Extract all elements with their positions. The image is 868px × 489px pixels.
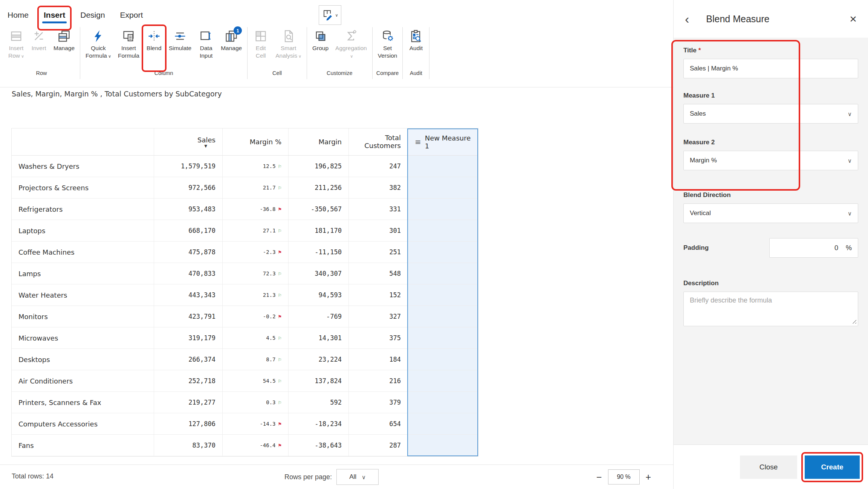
cell-subcategory[interactable]: Desktops bbox=[12, 349, 154, 370]
cell-subcategory[interactable]: Air Conditioners bbox=[12, 370, 154, 392]
cell-sales[interactable]: 83,370 bbox=[154, 435, 223, 456]
cell-subcategory[interactable]: Lamps bbox=[12, 263, 154, 284]
cell-total-customers[interactable]: 247 bbox=[349, 156, 408, 177]
cell-new-measure[interactable] bbox=[408, 435, 478, 456]
zoom-level-input[interactable]: 90 % bbox=[608, 469, 640, 484]
cell-subcategory[interactable]: Laptops bbox=[12, 220, 154, 241]
cell-sales[interactable]: 1,579,519 bbox=[154, 156, 223, 177]
cell-total-customers[interactable]: 216 bbox=[349, 370, 408, 392]
cell-margin[interactable]: 592 bbox=[289, 392, 349, 413]
cell-margin-pct[interactable]: 12.5⚐ bbox=[223, 156, 289, 177]
cell-sales[interactable]: 266,374 bbox=[154, 349, 223, 370]
ribbon-button-quick-formula[interactable]: QuickFormula∨ bbox=[82, 27, 115, 68]
cell-total-customers[interactable]: 382 bbox=[349, 177, 408, 199]
ribbon-button-simulate[interactable]: Simulate bbox=[165, 27, 195, 68]
ribbon-button-data-input[interactable]: DataInput bbox=[195, 27, 217, 68]
close-icon[interactable]: × bbox=[850, 13, 857, 25]
cell-subcategory[interactable]: Monitors bbox=[12, 306, 154, 327]
edit-column-button[interactable]: ∨ bbox=[319, 5, 341, 25]
tab-insert[interactable]: Insert bbox=[43, 9, 66, 21]
cell-margin[interactable]: 23,224 bbox=[289, 349, 349, 370]
cell-margin-pct[interactable]: 27.1⚐ bbox=[223, 220, 289, 241]
cell-new-measure[interactable] bbox=[408, 263, 478, 284]
cell-margin[interactable]: -350,567 bbox=[289, 199, 349, 220]
cell-margin-pct[interactable]: 72.3⚐ bbox=[223, 263, 289, 284]
cell-subcategory[interactable]: Water Heaters bbox=[12, 284, 154, 306]
header-sales[interactable]: Sales ▼ bbox=[154, 128, 223, 156]
cell-margin-pct[interactable]: 21.3⚐ bbox=[223, 284, 289, 306]
cell-total-customers[interactable]: 548 bbox=[349, 263, 408, 284]
header-margin-pct[interactable]: Margin % bbox=[223, 128, 289, 156]
cell-sales[interactable]: 219,277 bbox=[154, 392, 223, 413]
tab-design[interactable]: Design bbox=[79, 9, 105, 21]
cell-subcategory[interactable]: Microwaves bbox=[12, 327, 154, 349]
cell-margin-pct[interactable]: 8.7⚐ bbox=[223, 349, 289, 370]
cell-subcategory[interactable]: Coffee Machines bbox=[12, 241, 154, 263]
cell-subcategory[interactable]: Washers & Dryers bbox=[12, 156, 154, 177]
cell-margin[interactable]: 340,307 bbox=[289, 263, 349, 284]
header-subcategory[interactable] bbox=[12, 128, 154, 156]
cell-new-measure[interactable] bbox=[408, 413, 478, 435]
cell-margin[interactable]: 181,170 bbox=[289, 220, 349, 241]
cell-subcategory[interactable]: Fans bbox=[12, 435, 154, 456]
cell-margin[interactable]: 196,825 bbox=[289, 156, 349, 177]
header-margin[interactable]: Margin bbox=[289, 128, 349, 156]
cell-margin[interactable]: -38,643 bbox=[289, 435, 349, 456]
cell-margin-pct[interactable]: -14.3⚑ bbox=[223, 413, 289, 435]
cell-margin-pct[interactable]: 4.5⚐ bbox=[223, 327, 289, 349]
cell-margin-pct[interactable]: 21.7⚐ bbox=[223, 177, 289, 199]
tab-export[interactable]: Export bbox=[119, 9, 144, 21]
cell-sales[interactable]: 127,806 bbox=[154, 413, 223, 435]
blend-direction-select[interactable]: Vertical ∨ bbox=[683, 203, 858, 223]
measure2-select[interactable]: Margin % ∨ bbox=[683, 151, 858, 170]
cell-sales[interactable]: 475,878 bbox=[154, 241, 223, 263]
cell-new-measure[interactable] bbox=[408, 392, 478, 413]
ribbon-button-blend[interactable]: Blend bbox=[143, 27, 165, 68]
cell-new-measure[interactable] bbox=[408, 327, 478, 349]
cell-new-measure[interactable] bbox=[408, 241, 478, 263]
cell-total-customers[interactable]: 287 bbox=[349, 435, 408, 456]
cell-margin-pct[interactable]: -46.4⚑ bbox=[223, 435, 289, 456]
ribbon-button-audit[interactable]: Audit bbox=[405, 27, 427, 68]
cell-margin[interactable]: 137,824 bbox=[289, 370, 349, 392]
cell-margin[interactable]: 94,593 bbox=[289, 284, 349, 306]
zoom-out-button[interactable]: − bbox=[596, 472, 602, 482]
cell-sales[interactable]: 252,718 bbox=[154, 370, 223, 392]
cell-new-measure[interactable] bbox=[408, 349, 478, 370]
cell-new-measure[interactable] bbox=[408, 370, 478, 392]
title-input[interactable] bbox=[683, 59, 858, 78]
cell-margin[interactable]: -11,150 bbox=[289, 241, 349, 263]
header-total-customers[interactable]: Total Customers bbox=[349, 128, 408, 156]
cell-sales[interactable]: 470,833 bbox=[154, 263, 223, 284]
padding-input[interactable]: 0 % bbox=[769, 238, 858, 258]
cell-margin-pct[interactable]: -36.8⚑ bbox=[223, 199, 289, 220]
description-textarea[interactable] bbox=[683, 292, 858, 326]
ribbon-button-manage-rows[interactable]: Manage bbox=[50, 27, 78, 68]
measure1-select[interactable]: Sales ∨ bbox=[683, 104, 858, 124]
cell-sales[interactable]: 953,483 bbox=[154, 199, 223, 220]
cell-margin-pct[interactable]: -0.2⚑ bbox=[223, 306, 289, 327]
cell-total-customers[interactable]: 152 bbox=[349, 284, 408, 306]
cell-sales[interactable]: 668,170 bbox=[154, 220, 223, 241]
zoom-in-button[interactable]: + bbox=[646, 472, 651, 482]
cell-margin-pct[interactable]: 0.3⚐ bbox=[223, 392, 289, 413]
cell-sales[interactable]: 319,179 bbox=[154, 327, 223, 349]
ribbon-button-group[interactable]: Group bbox=[309, 27, 332, 68]
cell-margin-pct[interactable]: 54.5⚐ bbox=[223, 370, 289, 392]
cell-total-customers[interactable]: 327 bbox=[349, 306, 408, 327]
cell-total-customers[interactable]: 375 bbox=[349, 327, 408, 349]
cell-total-customers[interactable]: 251 bbox=[349, 241, 408, 263]
cell-total-customers[interactable]: 654 bbox=[349, 413, 408, 435]
back-icon[interactable]: ‹ bbox=[685, 12, 689, 25]
header-new-measure[interactable]: ≡ New Measure 1 bbox=[408, 128, 478, 156]
cell-margin[interactable]: 211,256 bbox=[289, 177, 349, 199]
cell-new-measure[interactable] bbox=[408, 284, 478, 306]
cell-margin[interactable]: -18,234 bbox=[289, 413, 349, 435]
cell-total-customers[interactable]: 301 bbox=[349, 220, 408, 241]
cell-subcategory[interactable]: Computers Accessories bbox=[12, 413, 154, 435]
create-button[interactable]: Create bbox=[805, 455, 860, 479]
cell-total-customers[interactable]: 184 bbox=[349, 349, 408, 370]
rows-per-page-select[interactable]: All ∨ bbox=[336, 469, 379, 485]
cell-new-measure[interactable] bbox=[408, 220, 478, 241]
tab-home[interactable]: Home bbox=[7, 9, 29, 21]
